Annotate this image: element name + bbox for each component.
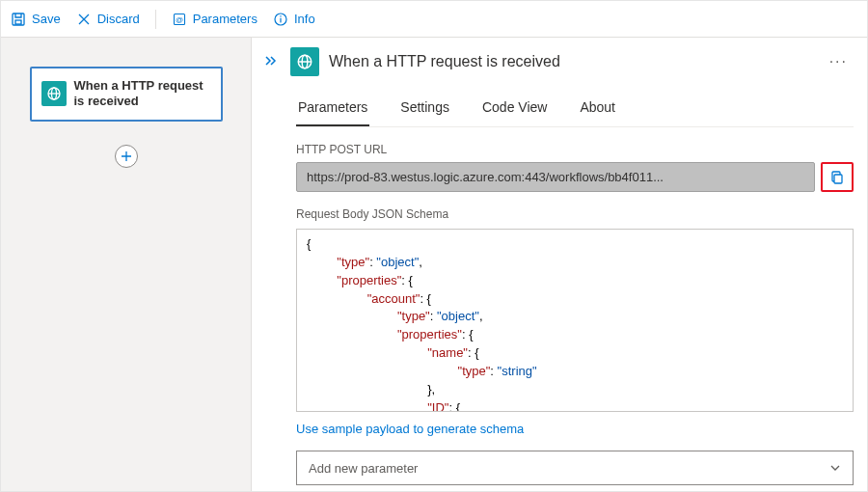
- save-label: Save: [32, 12, 61, 26]
- sample-payload-link[interactable]: Use sample payload to generate schema: [296, 422, 524, 436]
- svg-rect-9: [834, 175, 842, 183]
- tab-bar: Parameters Settings Code View About: [296, 94, 854, 127]
- svg-rect-0: [13, 14, 24, 25]
- add-parameter-label: Add new parameter: [309, 461, 418, 476]
- details-panel: When a HTTP request is received ··· Para…: [252, 38, 867, 491]
- svg-text:@: @: [176, 15, 183, 24]
- chevron-right-icon: [263, 54, 277, 68]
- x-icon: [76, 12, 92, 27]
- http-icon: [290, 47, 319, 76]
- command-bar: Save Discard @ Parameters Info: [1, 1, 867, 38]
- save-button[interactable]: Save: [11, 12, 61, 27]
- tab-code-view[interactable]: Code View: [480, 94, 549, 126]
- add-parameter-dropdown[interactable]: Add new parameter: [296, 451, 854, 485]
- info-label: Info: [294, 12, 315, 26]
- http-icon: [41, 81, 67, 106]
- panel-header: When a HTTP request is received ···: [259, 47, 854, 76]
- url-label: HTTP POST URL: [296, 143, 854, 156]
- separator: [155, 10, 156, 29]
- collapse-button[interactable]: [259, 50, 281, 74]
- parameters-button[interactable]: @ Parameters: [172, 12, 258, 27]
- add-step-button[interactable]: [115, 145, 138, 168]
- save-icon: [11, 12, 26, 27]
- plus-icon: [121, 150, 132, 162]
- discard-label: Discard: [97, 12, 140, 26]
- svg-rect-1: [15, 20, 21, 24]
- tab-about[interactable]: About: [578, 94, 617, 126]
- more-menu-button[interactable]: ···: [824, 49, 854, 74]
- copy-icon: [829, 170, 845, 185]
- parameters-label: Parameters: [193, 12, 258, 26]
- chevron-down-icon: [829, 462, 841, 474]
- json-schema-editor[interactable]: { "type": "object", "properties": { "acc…: [296, 229, 854, 412]
- panel-title: When a HTTP request is received: [329, 53, 560, 70]
- trigger-card-title: When a HTTP request is received: [74, 78, 211, 110]
- trigger-card[interactable]: When a HTTP request is received: [30, 67, 223, 122]
- copy-url-button[interactable]: [821, 162, 854, 192]
- info-icon: [273, 12, 288, 27]
- tab-settings[interactable]: Settings: [398, 94, 451, 126]
- designer-canvas: When a HTTP request is received: [1, 38, 252, 491]
- http-post-url-field[interactable]: https://prod-83.westus.logic.azure.com:4…: [296, 162, 815, 192]
- schema-label: Request Body JSON Schema: [296, 207, 854, 221]
- discard-button[interactable]: Discard: [76, 12, 140, 27]
- info-button[interactable]: Info: [273, 12, 315, 27]
- tab-parameters[interactable]: Parameters: [296, 94, 369, 126]
- parameters-icon: @: [172, 12, 187, 27]
